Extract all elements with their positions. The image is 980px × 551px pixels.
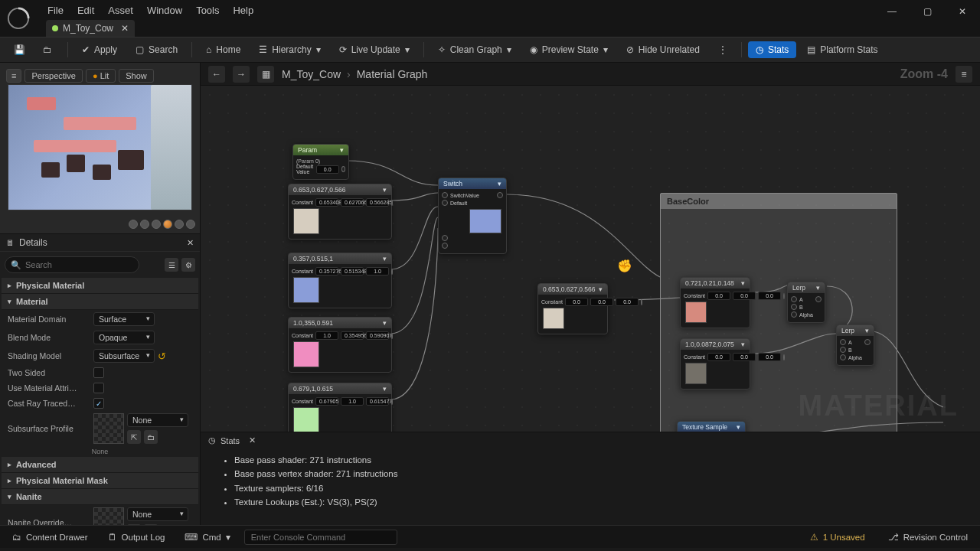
hide-unrelated-button[interactable]: ⊘Hide Unrelated: [619, 41, 707, 58]
asset-tab[interactable]: M_Toy_Cow ✕: [46, 20, 135, 37]
output-pin[interactable]: [497, 192, 503, 198]
material-domain-dropdown[interactable]: Surface: [93, 312, 155, 326]
nav-home-button[interactable]: ▦: [257, 66, 274, 83]
node-constant-2[interactable]: 0.357,0.515,1▾ Constant0.3572760.5153481…: [288, 253, 392, 308]
stats-close-icon[interactable]: ✕: [249, 435, 256, 445]
shape-sphere-button[interactable]: [140, 220, 149, 229]
revision-control-button[interactable]: ⎇Revision Control: [882, 530, 974, 545]
input-pin[interactable]: [442, 200, 448, 206]
unsaved-button[interactable]: ⚠1 Unsaved: [804, 530, 871, 545]
node-lerp-2[interactable]: Lerp▾ ABAlpha: [836, 324, 874, 366]
nanite-thumbnail[interactable]: [93, 507, 124, 525]
node-constant-1[interactable]: 0.653,0.627,0.566▾ Constant0.6534080.627…: [288, 184, 392, 240]
home-button[interactable]: ⌂Home: [198, 41, 248, 58]
window-maximize[interactable]: ▢: [910, 0, 945, 23]
console-input[interactable]: [244, 530, 397, 545]
node-lerp-1[interactable]: Lerp▾ ABAlpha: [787, 282, 825, 323]
blend-mode-dropdown[interactable]: Opaque: [93, 331, 155, 344]
browse-asset-button[interactable]: 🗀: [144, 430, 158, 444]
menu-help[interactable]: Help: [233, 5, 253, 16]
section-physical-material[interactable]: ▸Physical Material: [2, 278, 198, 294]
cmd-button[interactable]: ⌨Cmd▾: [178, 530, 236, 545]
shape-plane-button[interactable]: [152, 220, 161, 229]
subsurface-dropdown[interactable]: None: [127, 413, 188, 427]
output-pin[interactable]: [341, 166, 345, 172]
node-constant-5[interactable]: 0.653,0.627,0.566▾ Constant0.00.00.0: [537, 283, 608, 334]
clean-graph-button[interactable]: ✧Clean Graph▾: [430, 41, 519, 58]
node-texture-sample[interactable]: Texture Sample▾ UVsRGB ▸TexApply View Mi…: [677, 421, 746, 432]
shape-mesh-button[interactable]: [186, 220, 195, 229]
menu-asset[interactable]: Asset: [108, 5, 133, 16]
subsurface-thumbnail[interactable]: [93, 413, 124, 444]
param-value-input[interactable]: 0.0: [316, 165, 339, 174]
section-material[interactable]: ▾Material: [2, 294, 198, 310]
viewport-perspective-button[interactable]: Perspective: [24, 69, 82, 83]
overflow-button[interactable]: ⋮: [710, 41, 735, 58]
node-switch[interactable]: Switch▾ SwitchValue Default: [438, 178, 507, 254]
section-advanced[interactable]: ▸Advanced: [2, 457, 198, 473]
browse-button[interactable]: 🗀: [35, 41, 61, 58]
menu-tools[interactable]: Tools: [196, 5, 219, 16]
nanite-override-dropdown[interactable]: None: [127, 507, 188, 521]
breadcrumb-graph[interactable]: Material Graph: [357, 68, 428, 80]
node-param[interactable]: Param▾ (Param 0)Default Value0.0: [292, 144, 349, 180]
two-sided-checkbox[interactable]: [93, 367, 104, 378]
details-settings-button[interactable]: ⚙: [181, 258, 195, 272]
preview-viewport[interactable]: ≡ Perspective ● Lit Show: [0, 63, 200, 234]
stats-button[interactable]: ◷Stats: [748, 41, 796, 58]
details-filter-button[interactable]: ☰: [165, 258, 178, 272]
output-pin[interactable]: [391, 269, 393, 275]
reset-icon[interactable]: ↺: [158, 350, 166, 362]
live-update-button[interactable]: ⟳Live Update▾: [332, 41, 417, 58]
chevron-right-icon: ▸: [8, 461, 11, 468]
input-pin[interactable]: [442, 243, 448, 249]
use-selected-button[interactable]: ⇱: [127, 430, 141, 444]
input-pin[interactable]: [442, 235, 448, 241]
nav-forward-button[interactable]: →: [233, 66, 250, 83]
shape-cylinder-button[interactable]: [129, 220, 138, 229]
section-nanite[interactable]: ▾Nanite: [2, 489, 198, 505]
menu-edit[interactable]: Edit: [77, 5, 94, 16]
browse-asset-button[interactable]: 🗀: [144, 524, 158, 525]
details-search-input[interactable]: [5, 256, 139, 273]
shading-model-dropdown[interactable]: Subsurface: [93, 349, 155, 363]
node-constant-6[interactable]: 0.721,0.21,0.148▾ Constant0.00.00.0: [680, 277, 750, 328]
apply-button[interactable]: ✔Apply: [74, 41, 125, 58]
output-pin[interactable]: [783, 293, 785, 299]
cast-ray-checkbox[interactable]: ✓: [93, 398, 104, 409]
input-pin[interactable]: [442, 192, 448, 198]
output-pin[interactable]: [783, 354, 785, 360]
section-phys-mat-mask[interactable]: ▸Physical Material Mask: [2, 473, 198, 489]
breadcrumb-asset[interactable]: M_Toy_Cow: [282, 68, 341, 80]
details-close-icon[interactable]: ✕: [187, 238, 194, 248]
hierarchy-button[interactable]: ☰Hierarchy▾: [251, 41, 328, 58]
tab-close-icon[interactable]: ✕: [121, 23, 129, 34]
nav-back-button[interactable]: ←: [208, 66, 225, 83]
output-pin[interactable]: [391, 399, 393, 405]
output-pin[interactable]: [391, 333, 393, 339]
viewport-show-button[interactable]: Show: [119, 69, 154, 83]
node-constant-7[interactable]: 1.0,0.0872,0.075▾ Constant0.00.00.0: [680, 338, 750, 390]
search-button[interactable]: ▢Search: [128, 41, 185, 58]
window-minimize[interactable]: —: [874, 0, 910, 23]
output-pin[interactable]: [391, 200, 393, 206]
menu-file[interactable]: File: [47, 5, 64, 16]
graph-menu-button[interactable]: ≡: [956, 66, 972, 83]
shape-cube-button[interactable]: [163, 220, 172, 229]
material-graph-canvas[interactable]: BaseColor MATERIAL Param▾ (Param 0)Defau…: [201, 86, 980, 432]
shape-custom-button[interactable]: [175, 220, 184, 229]
save-button[interactable]: 💾: [6, 41, 32, 58]
content-drawer-button[interactable]: 🗂Content Drawer: [6, 530, 94, 544]
use-selected-button[interactable]: ⇱: [127, 524, 141, 525]
menu-window[interactable]: Window: [147, 5, 182, 16]
viewport-menu-button[interactable]: ≡: [6, 69, 21, 83]
output-log-button[interactable]: 🗒Output Log: [102, 530, 172, 544]
output-pin[interactable]: [641, 299, 642, 305]
platform-stats-button[interactable]: ▤Platform Stats: [799, 41, 885, 58]
viewport-lit-button[interactable]: ● Lit: [86, 69, 116, 83]
window-close[interactable]: ✕: [945, 0, 980, 23]
node-constant-3[interactable]: 1.0,355,0.591▾ Constant1.00.3549560.5909…: [288, 317, 392, 373]
preview-state-button[interactable]: ◉Preview State▾: [522, 41, 616, 58]
use-mat-attr-checkbox[interactable]: [93, 383, 104, 393]
node-constant-4[interactable]: 0.679,1,0.615▾ Constant0.679051.00.61547…: [288, 383, 392, 432]
